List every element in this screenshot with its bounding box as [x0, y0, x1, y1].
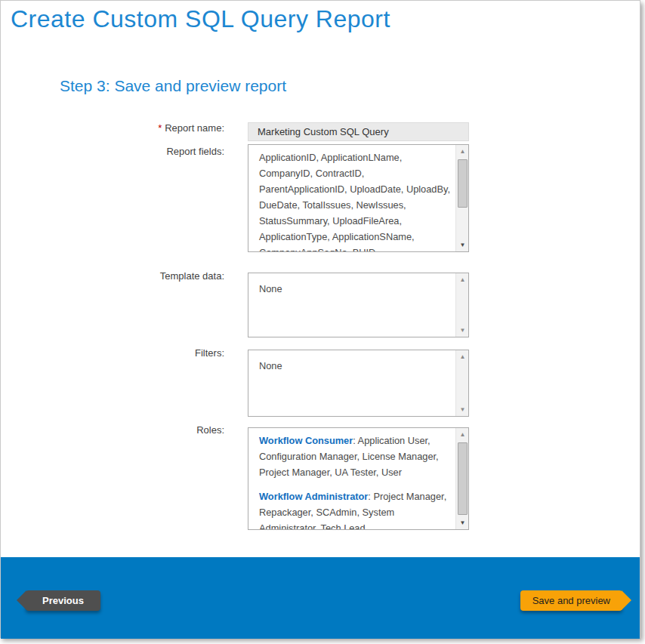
roles-scrollbar[interactable]: ▲ ▼ [455, 428, 468, 529]
report-fields-text: ApplicationID, ApplicationLName, Company… [248, 145, 455, 251]
report-name-label-text: Report name: [165, 122, 224, 134]
role-group-workflow-administrator: Workflow Administrator: Project Manager,… [259, 488, 452, 529]
scroll-up-icon[interactable]: ▲ [456, 145, 469, 158]
save-and-preview-button[interactable]: Save and preview [520, 590, 622, 611]
report-fields-box[interactable]: ApplicationID, ApplicationLName, Company… [248, 144, 469, 252]
report-fields-scrollbar[interactable]: ▲ ▼ [455, 145, 468, 251]
step-heading: Step 3: Save and preview report [60, 77, 286, 95]
scrollbar-thumb[interactable] [458, 442, 468, 515]
roles-label: Roles: [1, 424, 224, 436]
role-group-name: Workflow Administrator [259, 491, 368, 502]
scroll-down-icon[interactable]: ▼ [456, 324, 469, 337]
wizard-footer: Previous Save and preview [1, 557, 640, 639]
scroll-up-icon[interactable]: ▲ [456, 428, 469, 441]
template-data-text: None [248, 273, 455, 337]
scroll-up-icon[interactable]: ▲ [456, 350, 469, 363]
scroll-down-icon[interactable]: ▼ [456, 516, 469, 529]
page-title: Create Custom SQL Query Report [11, 5, 390, 33]
filters-label: Filters: [1, 347, 224, 359]
role-group-workflow-consumer: Workflow Consumer: Application User, Con… [259, 433, 452, 480]
scroll-down-icon[interactable]: ▼ [456, 403, 469, 416]
role-group-name: Workflow Consumer [259, 435, 353, 446]
required-asterisk: * [158, 122, 162, 134]
template-data-box[interactable]: None ▲ ▼ [248, 273, 469, 337]
previous-button[interactable]: Previous [26, 590, 100, 611]
template-data-scrollbar[interactable]: ▲ ▼ [455, 273, 468, 337]
scroll-down-icon[interactable]: ▼ [456, 239, 469, 251]
report-name-label: *Report name: [1, 122, 224, 134]
roles-box[interactable]: Workflow Consumer: Application User, Con… [248, 427, 469, 530]
report-name-input[interactable] [248, 122, 469, 141]
filters-text: None [248, 350, 455, 416]
report-fields-label: Report fields: [1, 146, 224, 157]
filters-scrollbar[interactable]: ▲ ▼ [455, 350, 468, 416]
filters-box[interactable]: None ▲ ▼ [248, 350, 469, 417]
template-data-label: Template data: [1, 270, 224, 282]
scrollbar-thumb[interactable] [458, 159, 468, 208]
scroll-up-icon[interactable]: ▲ [456, 273, 469, 286]
wizard-card: Create Custom SQL Query Report Step 3: S… [0, 0, 640, 638]
roles-text: Workflow Consumer: Application User, Con… [248, 428, 455, 529]
